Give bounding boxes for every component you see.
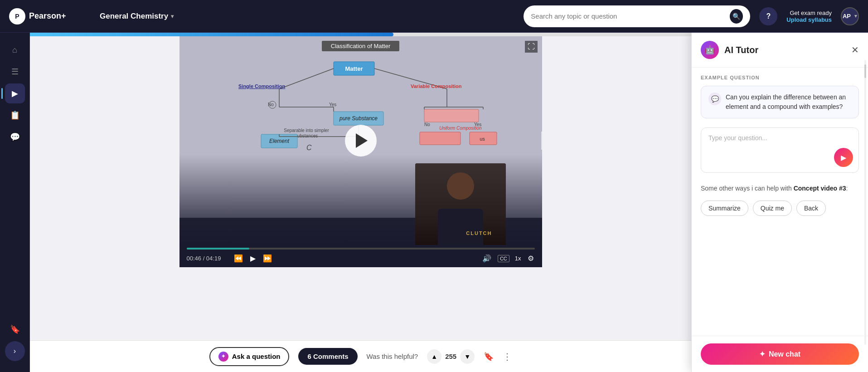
more-options-button[interactable]: ⋮ [503,351,512,362]
video-controls: 00:46 / 04:19 ⏪ ▶ ⏩ 🔊 [179,245,542,267]
svg-text:Variable Composition: Variable Composition [411,83,462,89]
bookmark-button[interactable]: 🔖 [484,352,494,362]
svg-text:C: C [306,144,312,152]
comments-button[interactable]: 6 Comments [298,348,357,365]
sidebar-expand-button[interactable]: › [5,341,25,361]
svg-text:pure Substance: pure Substance [339,115,377,122]
progress-bar-fill [30,33,393,36]
comments-label: 6 Comments [307,352,348,360]
video-container: Classification of Matter Matter Single C… [30,36,691,340]
svg-text:No: No [424,122,430,127]
upvote-button[interactable]: ▲ [427,349,441,364]
play-pause-button[interactable]: ▶ [249,253,257,264]
summarize-button[interactable]: Summarize [701,201,748,216]
volume-icon: 🔊 [482,254,491,263]
ai-tutor-header: 🤖 AI Tutor ✕ [692,33,868,68]
fullscreen-icon: ⛶ [528,43,535,50]
search-icon: 🔍 [732,13,740,20]
ai-tutor-icon: 🤖 [701,41,719,59]
settings-icon: ⚙ [528,254,534,263]
bookmark-icon: 🔖 [484,352,494,361]
new-chat-button[interactable]: ✦ New chat [701,343,859,365]
left-sidebar: ⌂ ☰ ▶ 📋 💬 🔖 › [0,33,30,372]
svg-line-2 [279,69,334,89]
video-progress-track[interactable] [187,248,535,250]
top-navigation: P Pearson+ General Chemistry ▾ 🔍 ? Get e… [0,0,868,33]
svg-rect-10 [424,109,479,122]
forward-icon: ⏩ [263,254,272,263]
exam-ready-section: Get exam ready Upload syllabus [786,10,832,23]
helper-prefix: Some other ways i can help with [701,185,794,192]
video-diagram-title: Classification of Matter [322,41,400,51]
question-input-area: Type your question... ▶ [701,127,859,173]
expand-icon: › [14,347,16,355]
svg-text:Yes: Yes [474,122,481,127]
pearson-logo: P [9,8,25,24]
sidebar-item-notes[interactable]: ☰ [5,62,25,82]
instructor-body [438,209,483,245]
helper-suffix: : [846,185,848,192]
scrollbar-track[interactable] [864,60,866,345]
sidebar-item-chat[interactable]: 💬 [5,127,25,147]
svg-text:Matter: Matter [345,65,363,72]
close-button[interactable]: ✕ [851,44,859,55]
brand-name: Pearson+ [29,11,66,21]
chat-icon: 💬 [10,132,20,142]
svg-text:substances: substances [295,133,318,138]
ask-question-button[interactable]: ✦ Ask a question [209,347,290,366]
avatar-button[interactable]: AP ▾ [841,7,859,25]
back-label: Back [804,205,818,212]
rewind-button[interactable]: ⏪ [233,253,244,264]
sidebar-item-bookmark[interactable]: 🔖 [5,319,25,339]
active-indicator [1,88,3,99]
back-button[interactable]: Back [796,201,826,216]
svg-text:Separable into simpler: Separable into simpler [284,128,329,133]
downvote-button[interactable]: ▼ [460,349,475,364]
home-icon: ⌂ [12,45,17,55]
close-icon: ✕ [851,45,859,55]
cc-icon: CC [500,256,507,261]
center-content: Classification of Matter Matter Single C… [30,33,691,372]
ai-tutor-body[interactable]: EXAMPLE QUESTION 💬 Can you explain the d… [692,68,868,336]
send-icon: ▶ [841,153,846,162]
collapse-arrow[interactable]: ‹ [541,132,542,150]
instructor-head [447,172,474,200]
help-icon: ? [766,12,771,20]
upload-syllabus-link[interactable]: Upload syllabus [786,16,832,23]
settings-button[interactable]: ⚙ [527,253,535,264]
helpful-text: Was this helpful? [367,352,418,360]
new-chat-label: New chat [769,350,800,358]
search-bar: 🔍 [524,5,750,27]
question-bubble-icon: 💬 [708,93,721,105]
helper-text: Some other ways i can help with Concept … [701,184,859,193]
svg-text:Yes: Yes [329,102,336,107]
more-options-icon: ⋮ [503,352,512,362]
concept-video-highlight: Concept video #3 [794,185,846,192]
cc-button[interactable]: CC [498,255,509,262]
search-input[interactable] [531,12,725,20]
scrollbar-thumb [864,64,866,78]
new-chat-icon: ✦ [759,350,765,358]
sidebar-item-tasks[interactable]: 📋 [5,105,25,125]
speed-button[interactable]: 1x [515,255,521,262]
progress-bar-container [30,33,691,36]
sidebar-item-play[interactable]: ▶ [5,83,25,103]
example-question-label: EXAMPLE QUESTION [701,75,859,80]
clutch-logo: CLUTCH [466,230,492,236]
summarize-label: Summarize [708,205,741,212]
video-player[interactable]: Classification of Matter Matter Single C… [179,36,542,245]
play-pause-icon: ▶ [250,254,256,263]
play-button-overlay[interactable] [345,125,377,157]
volume-button[interactable]: 🔊 [481,253,492,264]
search-button[interactable]: 🔍 [730,9,743,24]
course-title-dropdown[interactable]: General Chemistry ▾ [100,12,174,21]
fullscreen-button[interactable]: ⛶ [525,41,538,53]
play-icon: ▶ [12,88,18,98]
speed-label: 1x [515,255,521,262]
help-button[interactable]: ? [759,7,777,25]
send-button[interactable]: ▶ [834,148,853,167]
example-question-text: Can you explain the difference between a… [726,93,851,112]
forward-button[interactable]: ⏩ [262,253,273,264]
sidebar-item-home[interactable]: ⌂ [5,40,25,60]
quiz-me-button[interactable]: Quiz me [753,201,792,216]
